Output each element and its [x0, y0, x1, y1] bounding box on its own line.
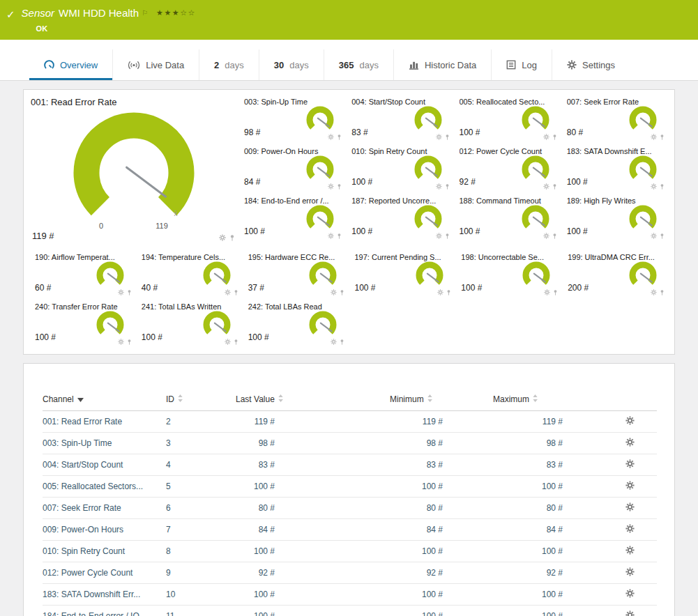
tab-settings[interactable]: Settings [552, 49, 630, 80]
channel-gauge-cell[interactable]: 199: UltraDMA CRC Err... 200 # [562, 249, 669, 299]
cell-channel-name[interactable]: 009: Power-On Hours [43, 519, 166, 541]
gauge-settings-icon[interactable] [328, 183, 334, 190]
gauge-pin-icon[interactable] [659, 134, 665, 140]
gauge-pin-icon[interactable] [552, 233, 558, 239]
channel-settings-icon[interactable] [625, 567, 635, 576]
gauge-pin-icon[interactable] [336, 233, 342, 239]
channel-gauge-cell[interactable]: 197: Current Pending S... 100 # [349, 249, 455, 299]
tab-365-days[interactable]: 365days [324, 49, 393, 80]
gauge-settings-icon[interactable] [328, 134, 334, 140]
gauge-pin-icon[interactable] [233, 289, 239, 295]
gauge-pin-icon[interactable] [552, 183, 558, 190]
gauge-pin-icon[interactable] [229, 234, 236, 241]
gauge-pin-icon[interactable] [339, 289, 345, 295]
channel-gauge-cell[interactable]: 012: Power Cycle Count 92 # [454, 144, 561, 193]
gauge-pin-icon[interactable] [126, 289, 132, 295]
channel-row[interactable]: 183: SATA Downshift Err... 10 100 # 100 … [43, 584, 657, 606]
channel-gauge-cell[interactable]: 010: Spin Retry Count 100 # [346, 144, 453, 193]
channel-row[interactable]: 007: Seek Error Rate 6 80 # 80 # 80 # [43, 498, 657, 519]
tab-2-days[interactable]: 2days [199, 49, 259, 80]
channel-gauge-cell[interactable]: 240: Transfer Error Rate 100 # [29, 299, 136, 348]
channel-row[interactable]: 012: Power Cycle Count 9 92 # 92 # 92 # [43, 562, 657, 584]
gauge-settings-icon[interactable] [436, 134, 442, 140]
gauge-settings-icon[interactable] [437, 289, 443, 295]
gauge-settings-icon[interactable] [436, 183, 442, 190]
channel-gauge-cell[interactable]: 007: Seek Error Rate 80 # [561, 94, 669, 144]
gauge-pin-icon[interactable] [444, 233, 450, 239]
channel-gauge-cell[interactable]: 198: Uncorrectable Se... 100 # [455, 249, 562, 299]
gauge-pin-icon[interactable] [659, 289, 665, 295]
channel-gauge-cell[interactable]: 183: SATA Downshift E... 100 # [561, 144, 669, 193]
gauge-settings-icon[interactable] [331, 339, 337, 345]
gauge-settings-icon[interactable] [543, 183, 549, 190]
gauge-settings-icon[interactable] [118, 339, 124, 345]
gauge-settings-icon[interactable] [651, 289, 657, 295]
cell-channel-name[interactable]: 010: Spin Retry Count [43, 541, 166, 562]
column-header-id[interactable]: ID [166, 394, 236, 411]
channel-gauge-cell[interactable]: 004: Start/Stop Count 83 # [346, 94, 453, 144]
channel-gauge-cell[interactable]: 187: Reported Uncorre... 100 # [346, 193, 453, 242]
channel-row[interactable]: 010: Spin Retry Count 8 100 # 100 # 100 … [43, 541, 657, 562]
gauge-pin-icon[interactable] [659, 183, 665, 190]
cell-channel-name[interactable]: 001: Read Error Rate [43, 411, 166, 433]
channel-gauge-cell[interactable]: 195: Hardware ECC Re... 37 # [243, 249, 349, 299]
gauge-pin-icon[interactable] [446, 289, 452, 295]
flag-icon[interactable]: ⚐ [142, 6, 148, 20]
gauge-pin-icon[interactable] [552, 289, 559, 295]
primary-gauge[interactable]: 001: Read Error Rate 0 119 x̄ 119 # [29, 94, 238, 242]
tab-overview[interactable]: Overview [29, 49, 112, 80]
gauge-pin-icon[interactable] [659, 233, 665, 239]
priority-stars[interactable]: ★★★☆☆ [156, 6, 196, 20]
cell-channel-name[interactable]: 004: Start/Stop Count [43, 454, 166, 476]
gauge-settings-icon[interactable] [118, 289, 124, 295]
channel-gauge-cell[interactable]: 189: High Fly Writes 100 # [561, 193, 669, 242]
channel-gauge-cell[interactable]: 003: Spin-Up Time 98 # [238, 94, 346, 144]
gauge-pin-icon[interactable] [126, 339, 132, 345]
channel-settings-icon[interactable] [625, 524, 635, 533]
cell-channel-name[interactable]: 183: SATA Downshift Err... [43, 584, 166, 606]
channel-gauge-cell[interactable]: 194: Temperature Cels... 40 # [136, 249, 243, 299]
channel-gauge-cell[interactable]: 184: End-to-End error /... 100 # [238, 193, 346, 242]
cell-channel-name[interactable]: 007: Seek Error Rate [43, 498, 166, 519]
gauge-pin-icon[interactable] [336, 134, 342, 140]
column-header-min[interactable]: Minimum [390, 394, 493, 411]
gauge-pin-icon[interactable] [233, 339, 239, 345]
cell-channel-name[interactable]: 184: End-to-End error / IO... [43, 606, 166, 616]
tab-log[interactable]: Log [491, 49, 552, 80]
gauge-settings-icon[interactable] [651, 233, 657, 239]
column-header-channel[interactable]: Channel [43, 394, 166, 411]
gauge-pin-icon[interactable] [444, 134, 450, 140]
channel-settings-icon[interactable] [625, 481, 635, 490]
channel-gauge-cell[interactable]: 190: Airflow Temperat... 60 # [29, 249, 136, 299]
column-header-last[interactable]: Last Value [236, 394, 390, 411]
gauge-settings-icon[interactable] [543, 134, 549, 140]
tab-30-days[interactable]: 30days [259, 49, 324, 80]
channel-row[interactable]: 009: Power-On Hours 7 84 # 84 # 84 # [43, 519, 657, 541]
gauge-pin-icon[interactable] [552, 134, 558, 140]
cell-channel-name[interactable]: 005: Reallocated Sectors... [43, 476, 166, 498]
gauge-settings-icon[interactable] [543, 233, 549, 239]
channel-settings-icon[interactable] [625, 546, 635, 555]
tab-historic-data[interactable]: Historic Data [393, 49, 491, 80]
channel-settings-icon[interactable] [625, 502, 635, 511]
gauge-settings-icon[interactable] [225, 289, 231, 295]
cell-channel-name[interactable]: 003: Spin-Up Time [43, 433, 166, 454]
channel-settings-icon[interactable] [625, 438, 635, 447]
gauge-settings-icon[interactable] [544, 289, 550, 295]
gauge-settings-icon[interactable] [651, 183, 657, 190]
channel-gauge-cell[interactable]: 242: Total LBAs Read 100 # [243, 299, 349, 348]
channel-settings-icon[interactable] [625, 610, 635, 616]
channel-settings-icon[interactable] [625, 416, 635, 425]
channel-gauge-cell[interactable]: 188: Command Timeout 100 # [454, 193, 561, 242]
column-header-max[interactable]: Maximum [493, 394, 625, 411]
channel-row[interactable]: 004: Start/Stop Count 4 83 # 83 # 83 # [43, 454, 657, 476]
gauge-settings-icon[interactable] [328, 233, 334, 239]
channel-row[interactable]: 005: Reallocated Sectors... 5 100 # 100 … [43, 476, 657, 498]
channel-gauge-cell[interactable]: 009: Power-On Hours 84 # [238, 144, 346, 193]
channel-settings-icon[interactable] [625, 459, 635, 468]
channel-gauge-cell[interactable]: 005: Reallocated Secto... 100 # [454, 94, 561, 144]
gauge-pin-icon[interactable] [444, 183, 450, 190]
gauge-settings-icon[interactable] [331, 289, 337, 295]
gauge-settings-icon[interactable] [436, 233, 442, 239]
channel-settings-icon[interactable] [625, 589, 635, 598]
